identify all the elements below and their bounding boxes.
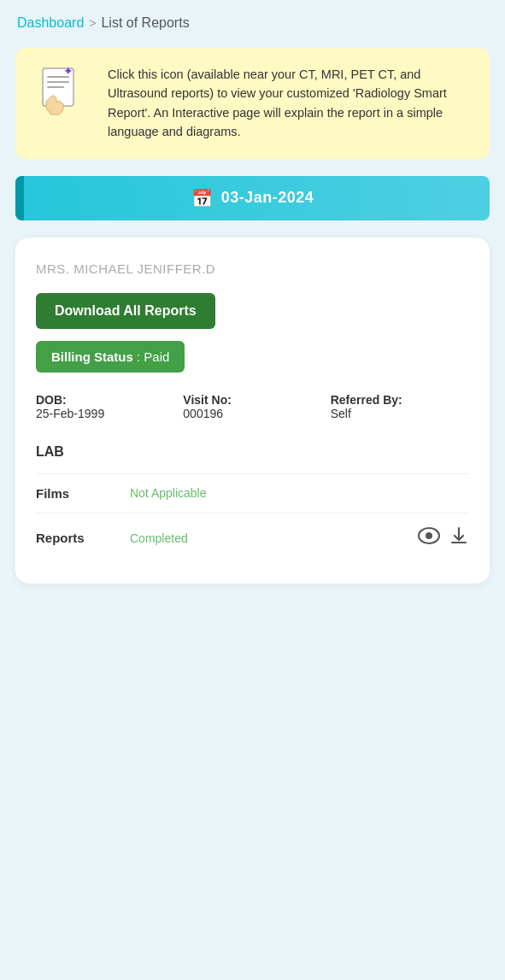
download-all-reports-button[interactable]: Download All Reports	[36, 293, 215, 329]
patient-info-grid: DOB: 25-Feb-1999 Visit No: 000196 Referr…	[36, 393, 469, 420]
reports-actions	[418, 525, 469, 551]
calendar-icon: 📅	[191, 188, 213, 208]
visit-no-label: Visit No:	[183, 393, 321, 407]
films-status: Not Applicable	[130, 486, 469, 500]
patient-name: MRS. MICHAEL JENIFFER.D	[36, 261, 469, 276]
svg-text:✦: ✦	[63, 65, 73, 78]
dob-label: DOB:	[36, 393, 174, 407]
films-label: Films	[36, 486, 121, 501]
breadcrumb: Dashboard > List of Reports	[0, 0, 505, 39]
billing-label: Billing Status	[51, 349, 133, 364]
dob-value: 25-Feb-1999	[36, 407, 174, 420]
reports-status: Completed	[130, 531, 409, 545]
info-banner: ✦ Click this icon (available near your C…	[15, 48, 490, 159]
download-report-icon[interactable]	[449, 525, 469, 551]
view-report-icon[interactable]	[418, 527, 440, 549]
lab-section-title: LAB	[36, 444, 469, 460]
svg-point-6	[426, 532, 432, 539]
breadcrumb-separator: >	[89, 16, 96, 30]
billing-value: Paid	[144, 349, 169, 364]
referred-by-value: Self	[331, 407, 469, 420]
referred-by-label: Referred By:	[331, 393, 469, 407]
billing-status-badge: Billing Status : Paid	[36, 341, 185, 373]
smart-report-icon: ✦	[32, 65, 94, 126]
report-card: MRS. MICHAEL JENIFFER.D Download All Rep…	[15, 238, 490, 584]
info-banner-text: Click this icon (available near your CT,…	[108, 65, 473, 142]
reports-row: Reports Completed	[36, 513, 469, 563]
date-text: 03-Jan-2024	[221, 189, 314, 207]
date-bar: 📅 03-Jan-2024	[15, 176, 490, 220]
visit-no-value: 000196	[183, 407, 321, 420]
reports-label: Reports	[36, 531, 121, 545]
films-row: Films Not Applicable	[36, 473, 469, 513]
breadcrumb-home-link[interactable]: Dashboard	[17, 15, 84, 31]
breadcrumb-current: List of Reports	[101, 15, 189, 31]
